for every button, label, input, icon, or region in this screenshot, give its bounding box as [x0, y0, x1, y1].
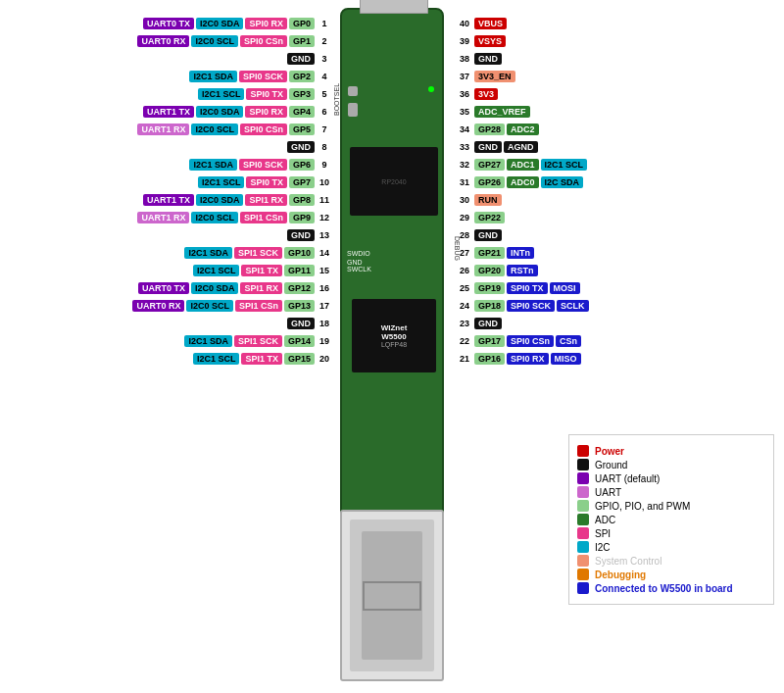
- pin37-num: 37: [456, 72, 473, 81]
- chip-label: WIZnet: [381, 323, 408, 332]
- gp16-label: GP16: [474, 353, 505, 365]
- spi1sck-19: SPI1 SCK: [234, 335, 282, 347]
- pin34-num: 34: [456, 124, 473, 134]
- 3v3-label: 3V3: [474, 88, 498, 100]
- gp22-label: GP22: [474, 212, 505, 223]
- pin-diagram: RP2040 WIZnet W5500 LQFP48 SWDIO GND SWC…: [0, 0, 784, 693]
- pin9-num: 9: [316, 160, 333, 170]
- legend-gnd-label: Ground: [595, 460, 627, 470]
- adc2-label: ADC2: [507, 124, 539, 135]
- pin38-num: 38: [456, 54, 473, 64]
- gp28-label: GP28: [474, 124, 505, 135]
- pin12-num: 12: [316, 213, 333, 223]
- swclk-label: SWCLK: [347, 266, 441, 272]
- gnd-38: GND: [474, 53, 502, 65]
- pin18-num: 18: [316, 319, 333, 328]
- i2c1sda-4: I2C1 SDA: [189, 71, 237, 82]
- gp19-label: GP19: [474, 282, 505, 294]
- adcvref-label: ADC_VREF: [474, 106, 530, 118]
- spi1tx-20: SPI1 TX: [241, 353, 282, 365]
- gp11-label: GP11: [284, 265, 315, 276]
- pin24-num: 24: [456, 301, 473, 311]
- gnd-23: GND: [474, 318, 502, 329]
- i2c1scl-10: I2C1 SCL: [198, 176, 245, 188]
- i2c1scl-5: I2C1 SCL: [198, 88, 245, 100]
- i2c1sda-14: I2C1 SDA: [184, 247, 232, 259]
- gp12-label: GP12: [284, 282, 315, 294]
- legend-box: Power Ground UART (default) UART GPIO, P…: [568, 434, 774, 605]
- pin5-num: 5: [316, 89, 333, 99]
- gp1-label: GP1: [289, 35, 315, 47]
- spi1csn-17: SPI1 CSn: [235, 300, 282, 312]
- pin6-num: 6: [316, 107, 333, 117]
- legend-gpio-dot: [577, 500, 589, 512]
- gp10-label: GP10: [284, 247, 315, 259]
- legend-uart-dot: [577, 486, 589, 498]
- i2c0scl-12: I2C0 SCL: [191, 212, 238, 223]
- i2csda-31: I2C SDA: [541, 176, 584, 188]
- pin15-num: 15: [316, 266, 333, 275]
- miso-label: MISO: [551, 353, 581, 365]
- pin40-num: 40: [456, 19, 473, 28]
- legend-uart-default-label: UART (default): [595, 473, 660, 484]
- pin35-num: 35: [456, 107, 473, 117]
- swdio-label: SWDIO: [347, 250, 370, 257]
- i2c0sda-6: I2C0 SDA: [196, 106, 244, 118]
- mosi-label: MOSI: [550, 282, 580, 294]
- legend-adc-label: ADC: [595, 515, 615, 525]
- gnd-3: GND: [287, 53, 315, 65]
- rstn-label: RSTn: [507, 265, 538, 276]
- pin14-num: 14: [316, 248, 333, 258]
- pin23-num: 23: [456, 319, 473, 328]
- uart0tx-16: UART0 TX: [138, 282, 189, 294]
- i2c1scl-20: I2C1 SCL: [193, 353, 240, 365]
- gp15-label: GP15: [284, 353, 315, 365]
- legend-w5500-dot: [577, 582, 589, 594]
- i2c1scl-15: I2C1 SCL: [193, 265, 240, 276]
- pin32-num: 32: [456, 160, 473, 170]
- legend-power-label: Power: [595, 446, 624, 457]
- intn-label: INTn: [507, 247, 534, 259]
- gnd-sw-label: GND: [347, 259, 441, 266]
- pin26-num: 26: [456, 266, 473, 275]
- legend-spi-label: SPI: [595, 528, 611, 539]
- gp18-label: GP18: [474, 300, 505, 312]
- gp3-label: GP3: [289, 88, 315, 100]
- pin19-num: 19: [316, 336, 333, 346]
- gp14-label: GP14: [284, 335, 315, 347]
- legend-sysctrl-label: System Control: [595, 556, 662, 567]
- i2c1sda-9: I2C1 SDA: [189, 159, 237, 171]
- spi1tx-15: SPI1 TX: [241, 265, 282, 276]
- gp2-label: GP2: [289, 71, 315, 82]
- legend-uart-default-dot: [577, 472, 589, 484]
- spi0rx-21: SPI0 RX: [507, 353, 549, 365]
- spi0tx-5: SPI0 TX: [246, 88, 287, 100]
- pin30-num: 30: [456, 195, 473, 205]
- pin11-num: 11: [316, 195, 333, 205]
- i2c0scl-17: I2C0 SCL: [186, 300, 233, 312]
- spi1rx-11: SPI1 RX: [245, 194, 287, 206]
- spi0csn-7: SPI0 CSn: [240, 124, 287, 135]
- gp13-label: GP13: [284, 300, 315, 312]
- gp21-label: GP21: [474, 247, 505, 259]
- pin2-num: 2: [316, 36, 333, 46]
- pin4-num: 4: [316, 72, 333, 81]
- debug-label: DEBUG: [454, 236, 461, 261]
- i2c0scl-7: I2C0 SCL: [191, 124, 238, 135]
- pin33-num: 33: [456, 142, 473, 152]
- gnd-33: GND: [474, 141, 502, 153]
- pin25-num: 25: [456, 283, 473, 293]
- agnd-label: AGND: [504, 141, 538, 153]
- gp5-label: GP5: [289, 124, 315, 135]
- uart0rx-17: UART0 RX: [132, 300, 184, 312]
- i2c0sda-11: I2C0 SDA: [196, 194, 244, 206]
- pin21-num: 21: [456, 354, 473, 364]
- pin1-num: 1: [316, 19, 333, 28]
- pin10-num: 10: [316, 177, 333, 187]
- i2c0sda-1: I2C0 SDA: [196, 18, 244, 29]
- uart1tx-11: UART1 TX: [143, 194, 194, 206]
- vbus-label: VBUS: [474, 18, 507, 29]
- pin36-num: 36: [456, 89, 473, 99]
- right-labels: 40 VBUS 39 VSYS 38 GND 37 3V3_EN 36 3V3 …: [456, 16, 779, 369]
- legend-uart-label: UART: [595, 487, 621, 498]
